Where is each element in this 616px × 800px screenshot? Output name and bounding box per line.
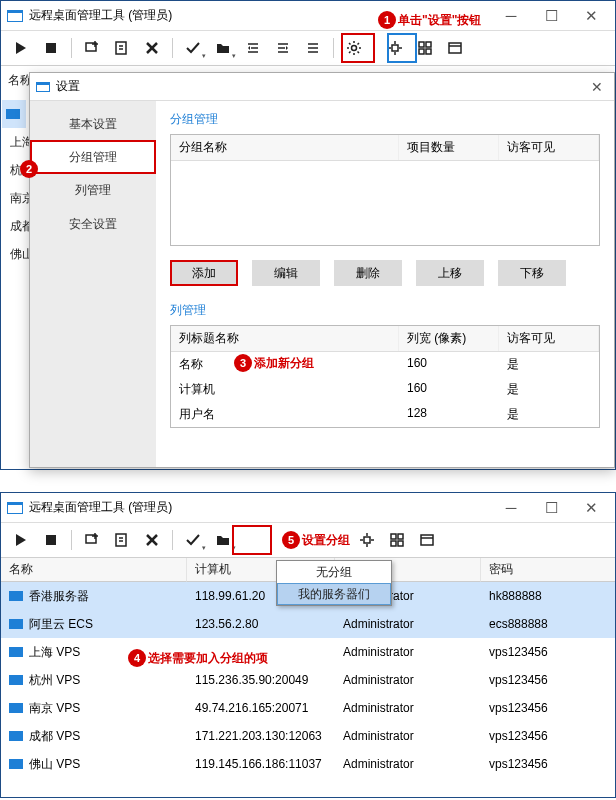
svg-rect-47 [398,541,403,546]
screen-icon [9,619,23,629]
screen-icon [9,731,23,741]
list-item[interactable]: 阿里云 ECS 123.56.2.80Administratorecs88888… [1,610,615,638]
settings-dialog: 设置 ✕ 基本设置 分组管理 列管理 安全设置 分组管理 分组名称 项目数量 访… [29,72,615,468]
svg-rect-27 [426,49,431,54]
movedown-button[interactable]: 下移 [498,260,566,286]
maximize-button-2[interactable]: ☐ [531,494,571,522]
main-list-slice: 上海杭州南京成都佛山 [2,100,26,268]
stop-button-2[interactable] [37,526,65,554]
add-group-button[interactable]: 添加 [170,260,238,286]
svg-rect-30 [46,535,56,545]
window-title-2: 远程桌面管理工具 (管理员) [29,499,491,516]
edit-host-button[interactable] [108,34,136,62]
tab-column-manage[interactable]: 列管理 [30,173,156,207]
check-button-2[interactable] [179,526,207,554]
delete-button-2[interactable] [138,526,166,554]
dialog-icon [36,82,50,92]
check-button[interactable] [179,34,207,62]
title-bar: 远程桌面管理工具 (管理员) ─ ☐ ✕ [1,0,615,30]
tab-security[interactable]: 安全设置 [30,207,156,241]
screen-icon [9,703,23,713]
play-button-2[interactable] [7,526,35,554]
list-item[interactable]: 上海 VPS Administratorvps123456 [1,638,615,666]
tile-button[interactable] [411,34,439,62]
app-icon [7,10,23,22]
svg-rect-19 [392,45,398,51]
moveup-button[interactable]: 上移 [416,260,484,286]
add-host-button-2[interactable] [78,526,106,554]
section-col-header: 列管理 [170,302,600,319]
list-button[interactable] [299,34,327,62]
title-bar-2: 远程桌面管理工具 (管理员) ─ ☐ ✕ [1,492,615,522]
group-grid[interactable]: 分组名称 项目数量 访客可见 [170,134,600,246]
column-grid[interactable]: 列标题名称 列宽 (像素) 访客可见 名称160是计算机160是用户名128是 [170,325,600,428]
col-name[interactable]: 名称 [1,558,187,582]
svg-rect-39 [364,537,370,543]
group-buttons: 添加 编辑 删除 上移 下移 [170,260,600,286]
column-row[interactable]: 用户名128是 [171,402,599,427]
app-icon-2 [7,502,23,514]
fit-screen-button-2[interactable] [353,526,381,554]
close-button-2[interactable]: ✕ [571,494,611,522]
svg-rect-4 [116,42,126,54]
group-dropdown-menu: 无分组 我的服务器们 [276,560,392,606]
host-list[interactable]: 香港服务器 118.99.61.20Administratorhk888888 … [1,582,615,778]
section-group-header: 分组管理 [170,111,600,128]
tab-group-manage[interactable]: 分组管理 [30,140,156,174]
folder-button-2[interactable] [209,526,237,554]
top-window: 远程桌面管理工具 (管理员) ─ ☐ ✕ 名称 上海杭州南京成都佛山 设置 ✕ [0,0,616,470]
edit-group-button[interactable]: 编辑 [252,260,320,286]
minimize-button-2[interactable]: ─ [491,494,531,522]
dialog-title: 设置 [56,78,586,95]
delete-button[interactable] [138,34,166,62]
column-row[interactable]: 计算机160是 [171,377,599,402]
toolbar-2 [1,522,615,558]
screen-icon [9,759,23,769]
col-group-guest: 访客可见 [499,135,599,160]
toolbar [1,30,615,66]
stop-button[interactable] [37,34,65,62]
window-title: 远程桌面管理工具 (管理员) [29,7,491,24]
settings-button[interactable] [340,34,368,62]
tab-basic[interactable]: 基本设置 [30,107,156,141]
window-button-2[interactable] [413,526,441,554]
col-group-name: 分组名称 [171,135,399,160]
svg-rect-46 [391,541,396,546]
svg-point-18 [352,46,357,51]
screen-icon [9,591,23,601]
fit-screen-button[interactable] [381,34,409,62]
list-item[interactable]: 成都 VPS 171.221.203.130:12063Administrato… [1,722,615,750]
col-guest: 访客可见 [499,326,599,351]
menu-my-servers[interactable]: 我的服务器们 [277,583,391,605]
bottom-window: 远程桌面管理工具 (管理员) ─ ☐ ✕ 名称 计算机 用户名 密码 香港服务器… [0,492,616,798]
svg-rect-28 [449,43,461,53]
outdent-button[interactable] [239,34,267,62]
play-button[interactable] [7,34,35,62]
add-host-button[interactable] [78,34,106,62]
col-pass[interactable]: 密码 [481,558,615,582]
maximize-button[interactable]: ☐ [531,2,571,30]
list-item[interactable]: 杭州 VPS 115.236.35.90:20049Administratorv… [1,666,615,694]
tile-button-2[interactable] [383,526,411,554]
svg-rect-45 [398,534,403,539]
indent-button[interactable] [269,34,297,62]
svg-rect-0 [46,43,56,53]
close-button[interactable]: ✕ [571,2,611,30]
svg-rect-24 [419,42,424,47]
window-button[interactable] [441,34,469,62]
delete-group-button[interactable]: 删除 [334,260,402,286]
column-row[interactable]: 名称160是 [171,352,599,377]
minimize-button[interactable]: ─ [491,2,531,30]
col-width: 列宽 (像素) [399,326,499,351]
folder-button[interactable] [209,34,237,62]
col-title-name: 列标题名称 [171,326,399,351]
menu-no-group[interactable]: 无分组 [277,561,391,583]
list-item[interactable]: 南京 VPS 49.74.216.165:20071Administratorv… [1,694,615,722]
list-item[interactable]: 佛山 VPS 119.145.166.186:11037Administrato… [1,750,615,778]
screen-icon [9,675,23,685]
svg-rect-34 [116,534,126,546]
edit-host-button-2[interactable] [108,526,136,554]
svg-rect-48 [421,535,433,545]
screen-icon [9,647,23,657]
dialog-close-button[interactable]: ✕ [586,79,608,95]
